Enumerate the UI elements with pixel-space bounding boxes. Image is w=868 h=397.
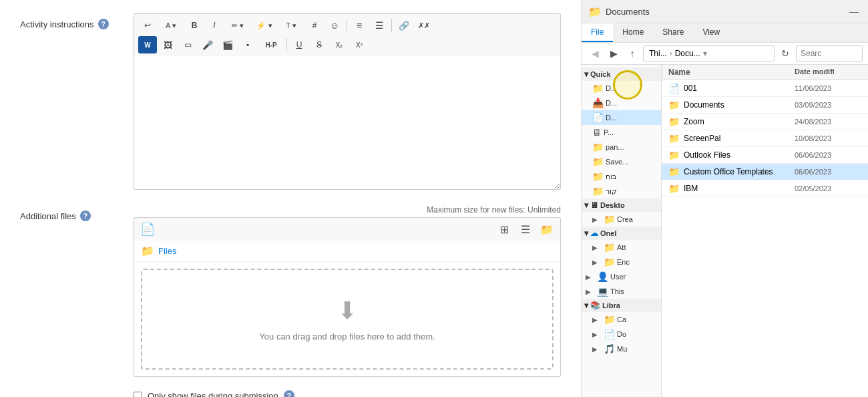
- image-btn[interactable]: 🖼: [158, 36, 177, 53]
- ribbon-tab-home[interactable]: Home: [613, 23, 653, 42]
- file-date-screenpal: 10/08/2023: [795, 134, 861, 142]
- files-nav: 📁 Files: [134, 241, 560, 262]
- quick-access-label: Quick: [590, 70, 611, 78]
- file-row-screenpal[interactable]: 📁 ScreenPal 10/08/2023: [662, 130, 868, 147]
- library-icon: 📚: [590, 301, 600, 310]
- tree-p-item[interactable]: 🖥 P...: [582, 125, 661, 140]
- shape-btn[interactable]: ▭: [178, 36, 197, 53]
- tree-att-folder[interactable]: ▶ 📁 Att: [582, 240, 661, 255]
- folder-view-btn[interactable]: 📁: [537, 221, 556, 238]
- superscript-btn[interactable]: X²: [350, 36, 369, 53]
- refresh-btn[interactable]: ↻: [777, 45, 793, 61]
- chevron-onedrive-icon: ▾: [584, 229, 588, 238]
- folder-download-icon: 📥: [592, 98, 604, 108]
- folder-icon-screenpal: 📁: [668, 133, 680, 144]
- up-btn[interactable]: ↑: [624, 45, 640, 61]
- tree-d-file[interactable]: 📄 D...: [582, 110, 661, 125]
- cross-btn[interactable]: ✗✗: [415, 17, 433, 34]
- tree-label-bvch: בוח: [606, 172, 616, 181]
- tree-bvch-folder[interactable]: 📁 בוח: [582, 169, 661, 184]
- file-name-zoom: Zoom: [684, 117, 795, 126]
- libraries-header[interactable]: ▾ 📚 Libra: [582, 299, 661, 312]
- tree-mu-item[interactable]: ▶ 🎵 Mu: [582, 342, 661, 356]
- file-row-outlook[interactable]: 📁 Outlook Files 06/06/2023: [662, 147, 868, 164]
- folder-icon-1: 📁: [592, 83, 604, 94]
- music-icon: 🎵: [604, 344, 615, 354]
- tree-do-file[interactable]: ▶ 📄 Do: [582, 327, 661, 342]
- tree-qor-folder[interactable]: 📁 קור: [582, 184, 661, 198]
- link-btn[interactable]: 🔗: [395, 17, 413, 34]
- forward-btn[interactable]: ▶: [606, 45, 622, 61]
- tree-this-pc[interactable]: ▶ 💻 This: [582, 284, 661, 299]
- list-view-btn[interactable]: ☰: [516, 221, 535, 238]
- file-row-001[interactable]: 📄 001 11/06/2023: [662, 80, 868, 97]
- ul-btn[interactable]: ≡: [350, 17, 369, 34]
- tree-label-ca: Ca: [617, 315, 626, 323]
- show-files-checkbox[interactable]: [134, 392, 142, 398]
- video-btn[interactable]: 🎬: [218, 36, 237, 53]
- checkbox-help-icon[interactable]: ?: [284, 390, 294, 397]
- max-size-label: Maximum size for new files: Unlimited: [134, 205, 561, 215]
- word-icon-btn[interactable]: W: [138, 36, 157, 53]
- activity-textarea[interactable]: [134, 56, 561, 190]
- file-name-ibm: IBM: [684, 184, 795, 193]
- ribbon: File Home Share View: [582, 23, 868, 43]
- search-input[interactable]: [796, 45, 863, 61]
- ol-btn[interactable]: ☰: [370, 17, 389, 34]
- file-row-zoom[interactable]: 📁 Zoom 24/08/2023: [662, 114, 868, 130]
- tree-d-folder-1[interactable]: 📁 D...: [582, 81, 661, 96]
- strikethrough-btn[interactable]: S: [310, 36, 329, 53]
- ribbon-tab-view[interactable]: View: [693, 23, 729, 42]
- file-date-ibm: 02/05/2023: [795, 184, 861, 192]
- subscript-btn[interactable]: X₂: [330, 36, 349, 53]
- tree-label-enc: Enc: [617, 258, 630, 266]
- tree-pan-folder[interactable]: 📁 pan...: [582, 140, 661, 154]
- additional-files-content: Maximum size for new files: Unlimited 📄 …: [134, 205, 561, 377]
- insert-btn[interactable]: ⚡ ▾: [252, 17, 277, 34]
- activity-help-icon[interactable]: ?: [98, 19, 109, 29]
- hp-btn[interactable]: H-P: [258, 36, 284, 53]
- embed-btn[interactable]: ▪: [238, 36, 257, 53]
- file-name-screenpal: ScreenPal: [684, 134, 795, 143]
- grid-view-btn[interactable]: ⊞: [495, 221, 513, 238]
- onedrive-header[interactable]: ▾ ☁ OneI: [582, 227, 661, 240]
- folder-icon-zoom: 📁: [668, 116, 680, 127]
- tree-d-folder-2[interactable]: 📥 D...: [582, 96, 661, 110]
- tree-crea-folder[interactable]: ▶ 📁 Crea: [582, 212, 661, 227]
- files-toolbar-right: ⊞ ☰ 📁: [495, 221, 556, 238]
- new-file-btn[interactable]: 📄: [138, 221, 157, 238]
- additional-files-label: Additional files ?: [20, 205, 134, 221]
- text-size-btn[interactable]: T ▾: [278, 17, 304, 34]
- quick-access-header[interactable]: ▾ Quick: [582, 68, 661, 81]
- ribbon-tab-file[interactable]: File: [582, 23, 613, 42]
- minimize-btn[interactable]: —: [847, 4, 861, 19]
- file-row-ibm[interactable]: 📁 IBM 02/05/2023: [662, 180, 868, 197]
- desktop-header[interactable]: ▾ 🖥 Deskto: [582, 198, 661, 212]
- file-row-documents[interactable]: 📁 Documents 03/09/2023: [662, 97, 868, 114]
- tree-save-folder[interactable]: 📁 Save...: [582, 154, 661, 169]
- emoticon-btn[interactable]: ☺: [325, 17, 344, 34]
- highlight-btn[interactable]: ✏ ▾: [225, 17, 250, 34]
- tree-ca-folder[interactable]: ▶ 📁 Ca: [582, 312, 661, 327]
- bold-btn[interactable]: B: [185, 17, 204, 34]
- files-nav-label[interactable]: Files: [158, 246, 176, 256]
- drop-zone[interactable]: ⬇ You can drag and drop files here to ad…: [141, 269, 554, 370]
- tree-enc-folder[interactable]: ▶ 📁 Enc: [582, 255, 661, 269]
- back-btn[interactable]: ◀: [587, 45, 603, 61]
- hash-btn[interactable]: #: [305, 17, 324, 34]
- chevron-mu-icon: ▶: [592, 346, 602, 353]
- files-help-icon[interactable]: ?: [80, 211, 91, 221]
- font-family-btn[interactable]: A ▾: [158, 17, 184, 34]
- undo-btn[interactable]: ↩: [138, 17, 157, 34]
- col-date-header: Date modifi: [795, 68, 861, 77]
- mic-btn[interactable]: 🎤: [198, 36, 217, 53]
- ribbon-tab-share[interactable]: Share: [653, 23, 693, 42]
- explorer-title: Documents: [606, 7, 843, 17]
- file-row-custom-templates[interactable]: 📁 Custom Office Templates 06/06/2023: [662, 164, 868, 180]
- tree-label-d2: D...: [606, 99, 617, 107]
- underline-btn[interactable]: U: [290, 36, 308, 53]
- tree-user-item[interactable]: ▶ 👤 User: [582, 269, 661, 284]
- italic-btn[interactable]: I: [205, 17, 224, 34]
- address-path[interactable]: Thi... › Docu... ▾: [643, 45, 775, 61]
- show-files-label: Only show files during submission: [148, 391, 278, 398]
